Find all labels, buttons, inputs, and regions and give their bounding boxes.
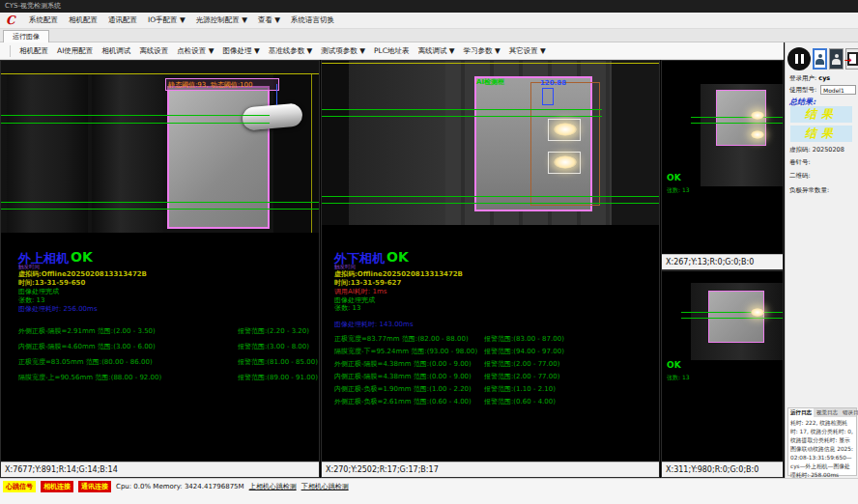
tool-camera-debug[interactable]: 相机调试 (101, 46, 130, 56)
comm-connection-badge: 通讯连接 (78, 481, 111, 492)
frame-count: 张数: 13 (667, 186, 690, 195)
result-block-1: 结果 (790, 106, 852, 123)
weld-glow (751, 308, 764, 317)
log-tab-error[interactable]: 错误日志 (841, 408, 858, 417)
battery-cell-region (708, 291, 764, 343)
edge-marker (276, 84, 277, 105)
camera-view-outer-upper: 静态阈值:93, 动态阈值:100 外上相机 OK 触发时间 虚拟码:Offli… (0, 60, 320, 478)
window-titlebar: CYS-视觉检测系统 (0, 0, 858, 13)
control-panel: 登录用户: cys 使用型号: Model1 总结果: 结果 结果 虚拟码: 2… (785, 42, 858, 478)
tab-run-image[interactable]: 运行图像 (3, 30, 49, 42)
menu-item-comm-config[interactable]: 通讯配置 (108, 15, 137, 25)
measure-value: 外侧正极-负极=2.61mm 范围:(0.60 - 4.00) (334, 397, 472, 406)
pause-button[interactable] (787, 47, 811, 70)
app-window: CYS-视觉检测系统 系统配置 相机配置 通讯配置 IO手配置 ▼ 光源控制配置… (0, 0, 858, 504)
camera-status-ok: OK (71, 249, 93, 265)
pixel-coordinate-bar: X:7677;Y:891;R:14;G:14;B:14 (1, 462, 319, 477)
menu-item-camera-config[interactable]: 相机配置 (69, 15, 98, 25)
user-button[interactable] (829, 48, 844, 70)
status-bar: 心跳信号 相机连接 通讯连接 Cpu: 0.0% Memory: 3424.41… (0, 478, 858, 504)
log-tab-vision[interactable]: 视觉日志 (815, 408, 840, 417)
negative-abnormal-label: 负极异常数量: (789, 186, 829, 195)
tool-offline-setting[interactable]: 离线设置 (139, 46, 168, 56)
camera-canvas-small-bottom[interactable]: OK 张数: 13 (662, 271, 783, 462)
window-title: CYS-视觉检测系统 (5, 2, 61, 10)
process-elapsed: 图像处理耗时: 256.00ms (18, 304, 98, 314)
tool-spotcheck[interactable]: 点检设置 ▼ (177, 46, 214, 56)
threshold-label: 静态阈值:93, 动态阈值:100 (168, 81, 252, 89)
camera-view-small-top: OK 张数: 13 X:267;Y:13;R:0;G:0;B:0 (661, 60, 784, 270)
camera-canvas-outer-lower[interactable]: AI检测框 120.88 (322, 61, 659, 225)
log-tab-run[interactable]: 运行日志 (788, 408, 814, 417)
lower-camera-heartbeat-link[interactable]: 下相机心跳检测 (301, 482, 349, 491)
tool-image-process[interactable]: 图像处理 ▼ (223, 46, 260, 56)
camera-view-small-bottom: OK 张数: 13 X:311;Y:980;R:0;G:0;B:0 (661, 270, 784, 478)
calibration-line (322, 63, 659, 64)
measure-value: 内侧正极-隔膜=4.60mm 范围:(3.00 - 6.00) (18, 342, 156, 351)
camera-canvas-outer-upper[interactable]: 静态阈值:93, 动态阈值:100 (1, 61, 319, 233)
machine-slab (349, 61, 445, 225)
measure-line (1, 209, 319, 210)
measure-line (1, 202, 319, 203)
menu-item-io-config[interactable]: IO手配置 ▼ (148, 15, 186, 25)
alarm-range: 报警范围:(2.00 - 77.00) (484, 372, 559, 381)
alarm-range: 报警范围:(89.00 - 91.00) (238, 373, 318, 382)
tool-baseline-params[interactable]: 基准线参数 ▼ (269, 46, 313, 56)
tool-test-params[interactable]: 测试项参数 ▼ (321, 46, 365, 56)
tool-ai-usage[interactable]: AI使用配置 (57, 46, 93, 56)
alarm-range: 报警范围:(2.20 - 3.20) (238, 326, 309, 336)
camera-view-outer-lower: AI检测框 120.88 外下相机 OK 触发时间 虚拟码:Offline202… (321, 60, 660, 478)
pixel-coordinate-bar: X:270;Y:2502;R:17;G:17;B:17 (322, 462, 659, 477)
log-tabs: 运行日志 视觉日志 错误日志 (788, 408, 856, 417)
weld-glow (554, 123, 577, 136)
measure-annotation: 120.88 (540, 79, 566, 87)
camera-status-ok: OK (667, 173, 681, 182)
measure-line (322, 203, 659, 204)
menu-item-view[interactable]: 查看 ▼ (258, 15, 280, 25)
menu-item-language[interactable]: 系统语言切换 (291, 15, 334, 25)
tool-camera-config[interactable]: 相机配置 (19, 46, 48, 56)
menu-item-light-config[interactable]: 光源控制配置 ▼ (196, 15, 247, 25)
cpu-memory-readout: Cpu: 0.0% Memory: 3424.41796875M (116, 483, 244, 490)
model-value-box[interactable]: Model1 (820, 85, 856, 95)
measure-line (681, 312, 783, 313)
alarm-range: 报警范围:(2.00 - 77.00) (484, 359, 559, 369)
login-user-row: 登录用户: cys (789, 74, 830, 83)
tool-learn-params[interactable]: 学习参数 ▼ (464, 46, 500, 56)
user-icon (832, 54, 841, 65)
tool-other-settings[interactable]: 其它设置 ▼ (509, 46, 546, 56)
weld-glow (751, 111, 764, 120)
measure-value: 外侧正极-隔膜=4.38mm 范围:(0.00 - 9.00) (334, 359, 472, 369)
pixel-coordinates: X:311;Y:980;R:0;G:0;B:0 (666, 465, 758, 474)
measure-line (322, 109, 602, 110)
pixel-coordinate-bar: X:311;Y:980;R:0;G:0;B:0 (662, 462, 783, 477)
needle-number-label: 卷针号: (789, 158, 811, 167)
camera-canvas-small-top[interactable]: OK 张数: 13 (662, 61, 783, 254)
calibration-line (1, 73, 319, 74)
menu-item-system-config[interactable]: 系统配置 (29, 15, 58, 25)
frame-count: 张数: 13 (667, 374, 690, 382)
weld-glow (554, 155, 577, 169)
model-label: 使用型号: (789, 86, 816, 95)
pixel-coordinates: X:7677;Y:891;R:14;G:14;B:14 (5, 465, 118, 474)
log-box: 运行日志 视觉日志 错误日志 耗时: 222, 纹路检测耗时: 17, 纹路分类… (787, 407, 857, 476)
measure-line (322, 196, 659, 197)
user-button-active[interactable] (813, 48, 827, 70)
measure-value: 外侧正极-隔膜=2.91mm 范围:(2.00 - 3.50) (18, 326, 156, 336)
alarm-range: 报警范围:(3.00 - 8.00) (238, 342, 309, 351)
process-elapsed: 图像处理耗时: 143.00ms (334, 320, 414, 329)
measure-line (681, 318, 783, 319)
tool-offline-debug[interactable]: 离线调试 ▼ (417, 46, 454, 56)
virtual-code-line: 虚拟码: 20250208 (789, 146, 844, 154)
measure-value: 隔膜宽度-下=95.24mm 范围:(93.00 - 98.00) (334, 347, 477, 356)
logout-button[interactable] (845, 48, 858, 70)
pixel-coordinates: X:267;Y:13;R:0;G:0;B:0 (666, 258, 754, 266)
measure-value: 正极宽度=83.77mm 范围:(82.00 - 88.00) (334, 334, 469, 344)
tool-plc-table[interactable]: PLC地址表 (374, 46, 409, 56)
upper-camera-heartbeat-link[interactable]: 上相机心跳检测 (249, 482, 297, 491)
camera-status-ok: OK (667, 360, 681, 370)
toolbar-divider (10, 45, 11, 57)
measure-line (1, 123, 270, 124)
login-user-label: 登录用户: (789, 74, 816, 82)
logout-icon (847, 52, 858, 66)
